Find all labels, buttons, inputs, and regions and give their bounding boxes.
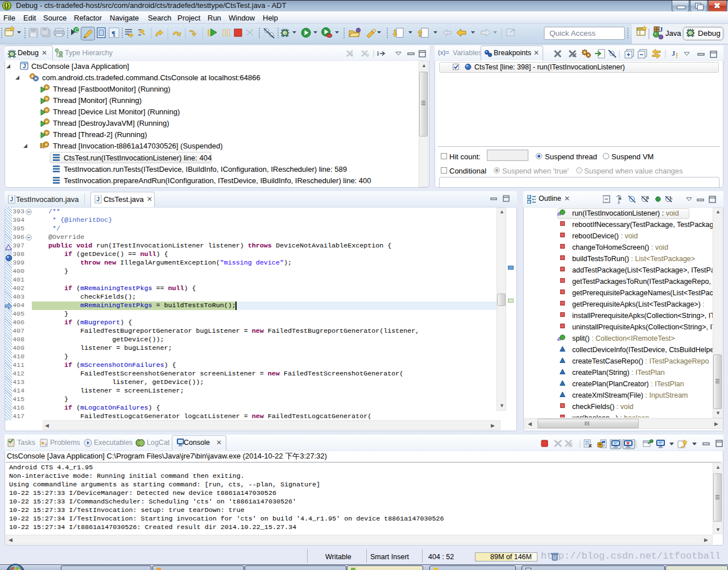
svg-text:rebootIfNecessary(TestPackage,: rebootIfNecessary(TestPackage, TestPacka… xyxy=(572,221,713,229)
svg-text:xor(boolean...) : boolean: xor(boolean...) : boolean xyxy=(572,414,650,418)
svg-text:Thread [Thread-2] (Running): Thread [Thread-2] (Running) xyxy=(53,130,147,139)
svg-text:TestInvocation.prepareAndRun(I: TestInvocation.prepareAndRun(IConfigurat… xyxy=(64,176,371,185)
svg-text:changeToHomeScreen() : void: changeToHomeScreen() : void xyxy=(572,243,668,251)
svg-text:createXmlStream(File) : InputS: createXmlStream(File) : InputStream xyxy=(572,391,688,399)
svg-text:J: J xyxy=(96,196,100,203)
svg-text:getPrerequisiteApks(List<TestP: getPrerequisiteApks(List<TestPackage>) : xyxy=(572,300,705,308)
svg-text:split() : Collection<IRemoteTe: split() : Collection<IRemoteTest> xyxy=(572,334,675,342)
svg-text:CtsConsole [Java Application]: CtsConsole [Java Application] xyxy=(31,62,129,71)
svg-text:S: S xyxy=(646,195,650,200)
svg-text:Thread [Monitor] (Running): Thread [Monitor] (Running) xyxy=(53,96,142,105)
svg-text:J: J xyxy=(659,25,663,34)
svg-text:TestInvocation.runTests(ITestD: TestInvocation.runTests(ITestDevice, IBu… xyxy=(64,165,347,174)
svg-text:Java: Java xyxy=(665,29,681,38)
svg-text:L: L xyxy=(670,195,673,200)
svg-text:J: J xyxy=(23,63,26,69)
svg-text:Quick Access: Quick Access xyxy=(549,29,595,38)
svg-text:Thread [FastbootMonitor] (Runn: Thread [FastbootMonitor] (Running) xyxy=(53,85,171,93)
svg-text:rebootDevice() : void: rebootDevice() : void xyxy=(572,232,638,240)
svg-text:Debug: Debug xyxy=(698,29,721,38)
svg-text:J: J xyxy=(672,49,675,57)
svg-text:run(ITestInvocationListener) :: run(ITestInvocationListener) : void xyxy=(572,209,679,217)
svg-text:CtsTest.run(ITestInvocationLis: CtsTest.run(ITestInvocationListener) lin… xyxy=(64,154,212,162)
svg-text:collectDeviceInfo(ITestDevice,: collectDeviceInfo(ITestDevice, CtsBuildH… xyxy=(572,346,713,354)
svg-text:createPlan(String) : ITestPlan: createPlan(String) : ITestPlan xyxy=(572,369,665,377)
svg-text:C: C xyxy=(75,27,78,33)
svg-text:createPlan(PlanCreator) : ITes: createPlan(PlanCreator) : ITestPlan xyxy=(572,380,684,388)
svg-text:z: z xyxy=(618,200,620,205)
svg-text:checkFields() : void: checkFields() : void xyxy=(572,403,634,411)
svg-text:com.android.cts.tradefed.comma: com.android.cts.tradefed.command.CtsCons… xyxy=(42,73,260,82)
svg-text:Thread [Device List Monitor] (: Thread [Device List Monitor] (Running) xyxy=(53,108,180,116)
svg-text:createTestCaseRepo() : ITestPa: createTestCaseRepo() : ITestPackageRepo xyxy=(572,357,709,365)
svg-text:uninstallPrequisiteApks(Collec: uninstallPrequisiteApks(Collection<Strin… xyxy=(572,323,713,331)
svg-text:¶: ¶ xyxy=(111,29,115,38)
svg-text:installPrerequisiteApks(Collec: installPrerequisiteApks(Collection<Strin… xyxy=(572,312,713,320)
svg-text:Thread [Invocation-t8861a14703: Thread [Invocation-t8861a147030526] (Sus… xyxy=(53,142,223,150)
svg-text:Thread [DestroyJavaVM] (Runnin: Thread [DestroyJavaVM] (Running) xyxy=(53,119,169,127)
svg-text:buildTestsToRun() : List<TestP: buildTestsToRun() : List<TestPackage> xyxy=(572,255,695,263)
svg-text:getPrerequisitePackageNames(Li: getPrerequisitePackageNames(List<TestPac… xyxy=(572,289,713,297)
svg-text:J: J xyxy=(10,196,13,203)
svg-text:!: ! xyxy=(676,52,678,60)
svg-text:i: i xyxy=(377,50,379,57)
svg-text:getTestPackagesToRun(ITestPack: getTestPackagesToRun(ITestPackageRepo, S… xyxy=(572,278,713,286)
svg-text:addTestPackage(List<TestPackag: addTestPackage(List<TestPackage>, ITestP… xyxy=(572,266,713,274)
